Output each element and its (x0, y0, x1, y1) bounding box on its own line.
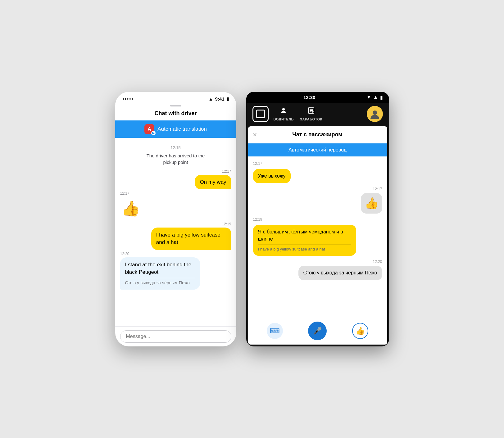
android-chat-title: Чат с пассажиром (262, 131, 382, 138)
android-tab-driver[interactable]: ВОДИТЕЛЬ (274, 107, 294, 121)
ios-bubble-emoji: 👍 (120, 197, 141, 220)
ios-signal-dots: ••••• (123, 96, 134, 102)
ios-message-sent-1: 12:17 On my way (120, 169, 231, 190)
android-stop-square (256, 110, 265, 118)
android-nav-tabs: ВОДИТЕЛЬ ЗАРАБОТОК (274, 107, 367, 121)
android-avatar[interactable] (367, 106, 383, 122)
ios-bubble-translation: Стою у выхода за чёрным Пежо (125, 278, 195, 286)
android-earnings-icon (307, 107, 315, 116)
ios-input-bar (115, 326, 236, 346)
ios-system-time-1: 12:15 (120, 145, 231, 150)
android-keyboard-button[interactable]: ⌨ (267, 323, 283, 339)
ios-bubble-text: I stand at the exit behind the black Peu… (125, 261, 195, 276)
android-battery-icon: ▮ (380, 94, 383, 100)
android-time-1: 12:17 (253, 161, 382, 166)
android-bubble-received-1: Уже выхожу (253, 169, 291, 183)
android-status-icons: ▼ ▲ ▮ (366, 94, 383, 100)
android-driver-icon (280, 107, 287, 116)
ios-battery-icon: ▮ (226, 96, 229, 102)
android-time: 12:30 (303, 95, 315, 100)
android-bubble-emoji: 👍 (361, 193, 382, 214)
ios-handle-bar (170, 105, 181, 106)
svg-point-0 (282, 108, 285, 111)
ios-message-input[interactable] (120, 330, 231, 343)
android-signal-icon: ▼ (366, 94, 371, 100)
ios-phone: ••••• ▲ 9:41 ▮ Chat with driver A Automa… (115, 92, 236, 346)
android-close-button[interactable]: × (253, 131, 257, 139)
android-mic-button[interactable]: 🎤 (308, 322, 327, 340)
ios-system-message: The driver has arrived to thepickup poin… (120, 152, 231, 165)
ios-message-sent-2: 12:19 I have a big yellow suitcase and a… (120, 222, 231, 250)
android-message-sent-2: 12:20 Стою у выхода за чёрным Пежо (253, 260, 382, 280)
android-time-4: 12:20 (373, 260, 382, 264)
ios-translation-label: Automatic translation (157, 126, 207, 132)
android-chat-container: × Чат с пассажиром Автоматический перево… (248, 126, 387, 345)
android-bubble-sent-2: Стою у выхода за чёрным Пежо (298, 266, 382, 280)
android-thumb-icon: 👍 (356, 327, 365, 335)
android-tab-driver-label: ВОДИТЕЛЬ (274, 117, 294, 121)
ios-drag-handle (115, 104, 236, 109)
android-bubble-received-2: Я с большим жёлтым чемоданом и в шляпе I… (253, 225, 356, 256)
android-time-2: 12:17 (373, 187, 382, 191)
android-status-bar: 12:30 ▼ ▲ ▮ (246, 92, 389, 103)
ios-translation-icon: A (144, 124, 154, 134)
android-tab-earnings[interactable]: ЗАРАБОТОК (300, 107, 322, 121)
android-input-bar: ⌨ 🎤 👍 (248, 317, 387, 345)
android-nav-bar[interactable]: ВОДИТЕЛЬ ЗАРАБОТОК (246, 103, 389, 126)
android-time-3: 12:19 (253, 217, 382, 222)
ios-status-icons: ▲ 9:41 ▮ (209, 96, 229, 102)
ios-translation-bar[interactable]: A Automatic translation (115, 120, 236, 138)
android-message-sent-1: 12:17 👍 (253, 187, 382, 214)
ios-msg-time-3: 12:19 (222, 222, 231, 226)
android-chat-messages[interactable]: 12:17 Уже выхожу 12:17 👍 12:19 Я с больш… (248, 156, 387, 317)
android-bubble-translation-2: I have a big yellow suitcase and a hat (258, 244, 352, 252)
ios-bubble-received-2: I stand at the exit behind the black Peu… (120, 257, 200, 290)
android-mic-icon: 🎤 (313, 327, 322, 335)
android-stop-icon[interactable] (252, 106, 269, 122)
android-chat-header: × Чат с пассажиром (248, 126, 387, 143)
android-bubble-text-2: Я с большим жёлтым чемоданом и в шляпе (258, 228, 352, 242)
svg-point-6 (373, 111, 377, 115)
ios-bubble-sent-2: I have a big yellow suitcase and a hat (151, 228, 231, 250)
ios-chat-messages[interactable]: 12:15 The driver has arrived to thepicku… (115, 138, 236, 326)
ios-wifi-icon: ▲ (209, 96, 213, 102)
ios-time: 9:41 (215, 96, 224, 102)
android-tab-earnings-label: ЗАРАБОТОК (300, 117, 322, 121)
ios-msg-time: 12:17 (222, 169, 231, 174)
android-wifi-icon2: ▲ (373, 94, 378, 100)
ios-msg-time-4: 12:20 (120, 252, 129, 256)
android-phone: 12:30 ▼ ▲ ▮ ВОДИТЕЛЬ (246, 92, 389, 346)
android-message-received-1: Уже выхожу (253, 169, 382, 183)
ios-message-received-2: 12:20 I stand at the exit behind the bla… (120, 252, 231, 290)
ios-chat-header: Chat with driver (115, 109, 236, 120)
ios-status-bar: ••••• ▲ 9:41 ▮ (115, 92, 236, 104)
android-keyboard-icon: ⌨ (270, 327, 280, 335)
android-translation-bar[interactable]: Автоматический перевод (248, 143, 387, 156)
android-thumb-button[interactable]: 👍 (352, 323, 368, 339)
android-message-received-2: Я с большим жёлтым чемоданом и в шляпе I… (253, 225, 382, 256)
ios-message-received-1: 12:17 👍 (120, 191, 231, 220)
ios-msg-time-2: 12:17 (120, 191, 129, 196)
ios-bubble-sent-1: On my way (195, 175, 231, 190)
